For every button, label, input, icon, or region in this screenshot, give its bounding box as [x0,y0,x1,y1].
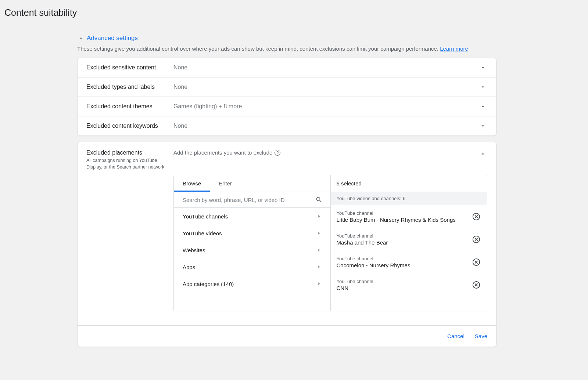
placements-search-input[interactable] [183,197,315,203]
remove-button[interactable] [472,235,481,244]
tab-browse[interactable]: Browse [174,175,210,192]
search-icon[interactable] [315,196,323,204]
setting-value: None [173,84,478,90]
excluded-placements-title: Excluded placements [86,149,173,156]
browse-list: YouTube channels YouTube videos Websites [174,208,330,292]
chevron-down-icon [478,122,487,130]
browse-item-label: YouTube videos [183,230,222,236]
page-title: Content suitability [0,0,588,24]
selected-group-label: YouTube videos and channels: 6 [331,192,487,205]
remove-button[interactable] [472,257,481,267]
remove-button[interactable] [472,280,481,290]
selected-item: YouTube channel CNN [331,274,487,296]
browse-websites[interactable]: Websites [174,242,330,258]
chevron-down-icon [478,102,487,111]
excluded-placements-card: Excluded placements All campaigns runnin… [77,142,496,347]
selected-count: 6 selected [331,175,487,192]
browse-youtube-videos[interactable]: YouTube videos [174,225,330,242]
selected-name: Cocomelon - Nursery Rhymes [337,262,472,268]
setting-value: Games (fighting) + 8 more [173,103,478,110]
placements-panel: Browse Enter YouTube channels [173,175,487,311]
learn-more-link[interactable]: Learn more [440,46,468,52]
placements-tabs: Browse Enter [174,175,330,192]
cancel-button[interactable]: Cancel [447,333,465,339]
chevron-right-icon [315,280,323,288]
excluded-themes-row[interactable]: Excluded content themes Games (fighting)… [78,97,496,116]
excluded-placements-subtitle: All campaigns running on YouTube, Displa… [86,158,169,170]
save-button[interactable]: Save [475,333,487,339]
tab-enter[interactable]: Enter [210,175,241,192]
excluded-sensitive-row[interactable]: Excluded sensitive content None [78,58,496,77]
advanced-settings-label: Advanced settings [87,35,138,42]
search-row [174,192,330,208]
browse-app-categories[interactable]: App categories (140) [174,275,330,292]
selected-name: Masha and The Bear [337,239,472,246]
browse-apps[interactable]: Apps [174,258,330,275]
selected-item: YouTube channel Cocomelon - Nursery Rhym… [331,251,487,274]
selected-name: Little Baby Bum - Nursery Rhymes & Kids … [337,217,472,223]
browse-item-label: YouTube channels [183,213,228,220]
setting-label: Excluded content themes [86,103,173,110]
selected-item: YouTube channel Little Baby Bum - Nurser… [331,205,487,228]
selected-type: YouTube channel [337,279,472,284]
chevron-right-icon [315,212,323,220]
selected-type: YouTube channel [337,256,472,261]
setting-label: Excluded sensitive content [86,64,173,71]
excluded-keywords-row[interactable]: Excluded content keywords None [78,116,496,135]
help-icon[interactable]: ? [275,150,280,156]
chevron-up-icon [77,35,85,42]
chevron-right-icon [315,246,323,254]
browse-youtube-channels[interactable]: YouTube channels [174,208,330,225]
chevron-right-icon [315,263,323,271]
chevron-down-icon [478,83,487,91]
excluded-types-row[interactable]: Excluded types and labels None [78,77,496,97]
browse-item-label: App categories (140) [183,281,234,287]
chevron-down-icon [478,63,487,72]
selected-panel: 6 selected YouTube videos and channels: … [331,175,487,311]
selected-list: YouTube channel Little Baby Bum - Nurser… [331,205,487,311]
advanced-settings-toggle[interactable]: Advanced settings [77,24,496,43]
placements-prompt: Add the placements you want to exclude ? [173,149,280,156]
advanced-settings-description: These settings give you additional contr… [77,43,496,58]
footer-actions: Cancel Save [78,325,496,347]
selected-item: YouTube channel Masha and The Bear [331,228,487,251]
selected-type: YouTube channel [337,210,472,216]
chevron-up-icon[interactable] [478,149,487,158]
remove-button[interactable] [472,212,481,221]
placements-prompt-text: Add the placements you want to exclude [173,149,272,156]
setting-label: Excluded content keywords [86,123,173,129]
setting-label: Excluded types and labels [86,84,173,90]
exclusion-settings-group: Excluded sensitive content None Excluded… [77,58,496,136]
selected-type: YouTube channel [337,233,472,239]
browse-panel: Browse Enter YouTube channels [174,175,331,311]
chevron-right-icon [315,229,323,237]
selected-name: CNN [337,285,472,291]
browse-item-label: Apps [183,264,195,270]
browse-item-label: Websites [183,247,205,253]
advanced-desc-text: These settings give you additional contr… [77,46,440,52]
setting-value: None [173,123,478,129]
setting-value: None [173,64,478,71]
